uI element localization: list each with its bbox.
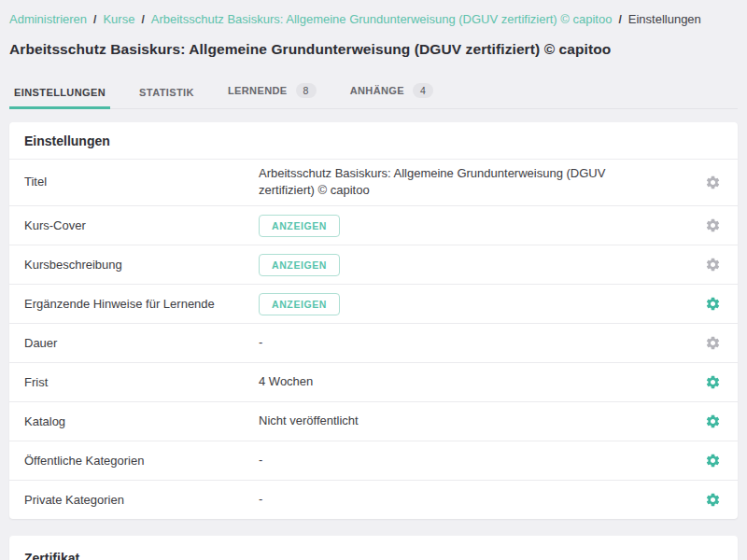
tab-statistik[interactable]: STATISTIK [134,87,199,108]
settings-row: Titel Arbeitsschutz Basiskurs: Allgemein… [9,160,738,206]
tab-label: LERNENDE [228,85,288,96]
breadcrumb-separator: / [93,13,96,26]
tab-count-badge: 4 [413,83,433,98]
gear-icon[interactable] [703,333,723,353]
setting-label: Private Kategorien [24,492,259,509]
tab-label: ANHÄNGE [350,85,404,96]
breadcrumb-separator: / [141,13,144,26]
setting-label: Öffentliche Kategorien [24,453,259,469]
gear-icon[interactable] [703,173,723,192]
setting-value: Nicht veröffentlicht [259,413,615,430]
settings-row: Katalog Nicht veröffentlicht [9,401,738,441]
settings-row: Kurs-Cover ANZEIGEN [9,205,738,245]
settings-card-title: Einstellungen [24,133,723,148]
gear-icon[interactable] [703,255,723,274]
gear-icon[interactable] [703,412,723,431]
tab-einstellungen[interactable]: EINSTELLUNGEN [9,87,110,108]
setting-value: Arbeitsschutz Basiskurs: Allgemeine Grun… [259,165,615,201]
setting-label: Kursbeschreibung [24,257,259,273]
gear-icon[interactable] [703,294,723,314]
page-title: Arbeitsschutz Basiskurs: Allgemeine Grun… [9,41,738,58]
setting-label: Ergänzende Hinweise für Lernende [24,296,259,313]
anzeigen-button[interactable]: ANZEIGEN [259,293,340,315]
setting-label: Kurs-Cover [24,217,259,234]
settings-row: Private Kategorien - [9,480,738,519]
settings-row: Dauer - [9,323,738,362]
certificate-card-header: Zertifikat [9,536,738,560]
breadcrumb-link[interactable]: Kurse [103,12,134,26]
tab-anhänge[interactable]: ANHÄNGE4 [345,83,438,108]
breadcrumb-link[interactable]: Arbeitsschutz Basiskurs: Allgemeine Grun… [151,12,613,26]
settings-row: Ergänzende Hinweise für Lernende ANZEIGE… [9,284,738,323]
gear-icon[interactable] [703,216,723,235]
setting-value: ANZEIGEN [259,215,615,237]
setting-label: Dauer [24,335,259,352]
setting-label: Titel [24,174,259,190]
gear-icon[interactable] [703,490,723,510]
tab-label: STATISTIK [139,87,194,98]
anzeigen-button[interactable]: ANZEIGEN [259,215,340,237]
settings-card-header: Einstellungen [9,122,738,160]
breadcrumb-separator: / [618,13,621,26]
setting-value: ANZEIGEN [259,254,615,276]
gear-icon[interactable] [703,451,723,470]
settings-row: Frist 4 Wochen [9,362,738,401]
setting-value: - [259,334,615,352]
setting-value: - [259,491,615,509]
settings-row: Kursbeschreibung ANZEIGEN [9,245,738,284]
settings-card: Einstellungen Titel Arbeitsschutz Basisk… [9,122,738,520]
breadcrumb: Administrieren/Kurse/Arbeitsschutz Basis… [9,0,738,27]
setting-value: ANZEIGEN [259,293,615,315]
settings-row: Öffentliche Kategorien - [9,441,738,480]
tab-lernende[interactable]: LERNENDE8 [223,83,321,108]
settings-rows: Titel Arbeitsschutz Basiskurs: Allgemein… [9,160,738,520]
gear-icon[interactable] [703,372,723,392]
breadcrumb-current: Einstellungen [628,12,701,26]
certificate-card: Zertifikat [9,536,738,560]
setting-label: Katalog [24,413,259,430]
course-settings-page: Administrieren/Kurse/Arbeitsschutz Basis… [0,0,747,560]
setting-value: - [259,452,615,469]
breadcrumb-link[interactable]: Administrieren [9,12,87,26]
tab-count-badge: 8 [296,83,317,98]
setting-label: Frist [24,374,259,391]
setting-value: 4 Wochen [259,373,615,391]
anzeigen-button[interactable]: ANZEIGEN [259,254,340,276]
certificate-card-title: Zertifikat [24,551,723,560]
tab-label: EINSTELLUNGEN [14,87,106,98]
tab-bar: EINSTELLUNGENSTATISTIKLERNENDE8ANHÄNGE4 [9,83,738,109]
